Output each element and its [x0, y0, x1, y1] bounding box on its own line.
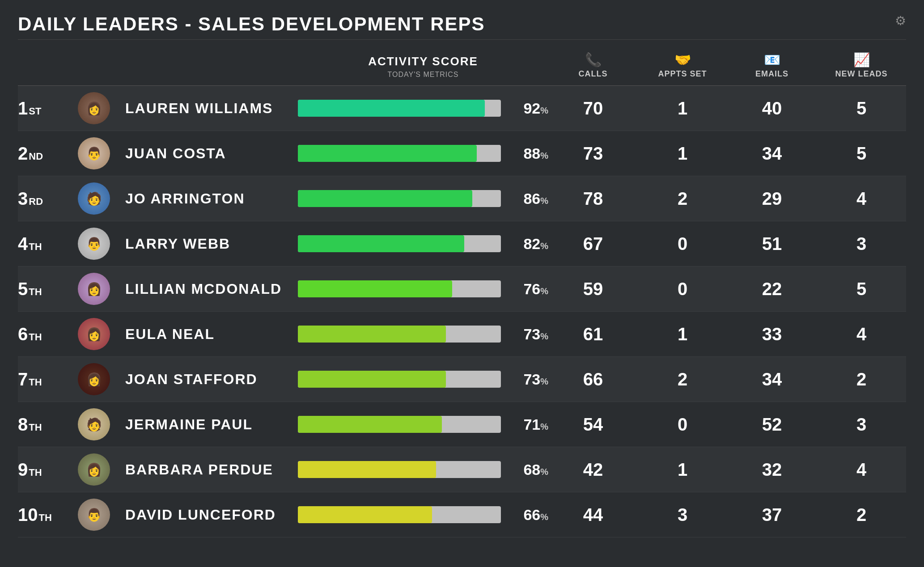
- score-pct: %: [540, 241, 548, 251]
- rank-number: 5: [18, 279, 28, 299]
- appts-value: 0: [638, 279, 727, 299]
- avatar: 👨: [78, 228, 110, 260]
- leads-value: 4: [817, 460, 906, 480]
- rank-number: 1: [18, 98, 28, 118]
- bar-wrapper: [298, 280, 501, 297]
- bar-wrapper: [298, 461, 501, 478]
- calls-col-header: 📞 CALLS: [548, 53, 638, 79]
- gear-icon[interactable]: ⚙: [895, 14, 906, 28]
- appts-value: 0: [638, 415, 727, 435]
- table-row: 4TH 👨 LARRY WEBB 82% 67 0 51 3: [18, 221, 906, 267]
- rank-number: 2: [18, 144, 28, 164]
- rep-name: JUAN COSTA: [116, 145, 298, 162]
- appts-value: 1: [638, 98, 727, 118]
- calls-value: 78: [548, 189, 638, 209]
- emails-value: 29: [727, 189, 817, 209]
- score-section-header: ACTIVITY SCORE TODAY'S METRICS: [298, 55, 548, 79]
- score-value: 92%: [508, 100, 548, 117]
- score-bar-container: 73%: [298, 371, 548, 388]
- avatar: 👩: [78, 92, 110, 124]
- leads-value: 2: [817, 369, 906, 389]
- score-pct: %: [540, 512, 548, 522]
- score-bar-container: 86%: [298, 190, 548, 207]
- score-bar-container: 82%: [298, 235, 548, 253]
- rank-display: 4TH: [18, 234, 72, 254]
- rank-number: 3: [18, 189, 28, 209]
- score-bar-container: 68%: [298, 461, 548, 478]
- rank-display: 3RD: [18, 189, 72, 209]
- rank-display: 10TH: [18, 505, 72, 525]
- appts-value: 1: [638, 324, 727, 344]
- appts-col-header: 🤝 APPTS SET: [638, 53, 727, 79]
- leads-value: 4: [817, 189, 906, 209]
- score-value: 71%: [508, 416, 548, 433]
- leads-col-header: 📈 NEW LEADS: [817, 53, 906, 79]
- bar-fill: [298, 100, 485, 117]
- calls-value: 70: [548, 98, 638, 118]
- score-bar-container: 66%: [298, 506, 548, 524]
- avatar-container: 🧑: [72, 408, 116, 440]
- bar-fill: [298, 506, 432, 523]
- score-pct: %: [540, 106, 548, 115]
- bar-wrapper: [298, 371, 501, 388]
- score-pct: %: [540, 331, 548, 341]
- rank-suffix: TH: [29, 331, 42, 343]
- score-value: 86%: [508, 190, 548, 207]
- rank-suffix: ST: [29, 106, 41, 117]
- score-value: 73%: [508, 326, 548, 343]
- avatar: 👩: [78, 318, 110, 350]
- score-pct: %: [540, 151, 548, 161]
- appts-label: APPTS SET: [658, 69, 707, 79]
- rank-suffix: TH: [29, 286, 42, 298]
- score-bar-container: 73%: [298, 326, 548, 343]
- rep-name: LILLIAN MCDONALD: [116, 281, 298, 297]
- avatar-container: 👩: [72, 92, 116, 124]
- leaderboard: ACTIVITY SCORE TODAY'S METRICS 📞 CALLS 🤝…: [18, 49, 906, 537]
- bar-wrapper: [298, 100, 501, 117]
- emails-value: 40: [727, 98, 817, 118]
- rank-display: 9TH: [18, 460, 72, 480]
- rank-display: 6TH: [18, 324, 72, 344]
- table-row: 10TH 👨 DAVID LUNCEFORD 66% 44 3 37 2: [18, 492, 906, 537]
- rank-display: 1ST: [18, 98, 72, 118]
- leads-label: NEW LEADS: [835, 69, 888, 79]
- score-value: 66%: [508, 506, 548, 524]
- table-row: 2ND 👨 JUAN COSTA 88% 73 1 34 5: [18, 131, 906, 176]
- avatar-container: 👩: [72, 273, 116, 305]
- avatar-container: 🧑: [72, 182, 116, 215]
- rank-display: 5TH: [18, 279, 72, 299]
- emails-value: 34: [727, 369, 817, 389]
- bar-fill: [298, 371, 446, 388]
- table-row: 9TH 👩 BARBARA PERDUE 68% 42 1 32 4: [18, 447, 906, 492]
- score-value: 88%: [508, 145, 548, 162]
- emails-value: 34: [727, 144, 817, 164]
- emails-icon: 📧: [764, 53, 780, 67]
- rep-name: JERMAINE PAUL: [116, 416, 298, 433]
- bar-fill: [298, 235, 464, 252]
- rep-name: JOAN STAFFORD: [116, 371, 298, 388]
- rep-name: EULA NEAL: [116, 326, 298, 343]
- appts-value: 1: [638, 460, 727, 480]
- score-pct: %: [540, 422, 548, 432]
- avatar: 🧑: [78, 408, 110, 440]
- leads-value: 3: [817, 234, 906, 254]
- rank-suffix: TH: [29, 377, 42, 388]
- gear-icon-container: ⚙: [895, 13, 906, 28]
- leads-value: 2: [817, 505, 906, 525]
- rank-suffix: TH: [39, 512, 52, 524]
- bar-fill: [298, 461, 436, 478]
- leads-value: 4: [817, 324, 906, 344]
- emails-value: 22: [727, 279, 817, 299]
- score-value: 73%: [508, 371, 548, 388]
- rep-name: JO ARRINGTON: [116, 190, 298, 207]
- avatar-container: 👨: [72, 137, 116, 169]
- appts-icon: 🤝: [674, 53, 691, 67]
- score-pct: %: [540, 467, 548, 477]
- emails-value: 37: [727, 505, 817, 525]
- avatar: 👩: [78, 363, 110, 395]
- emails-value: 52: [727, 415, 817, 435]
- table-row: 6TH 👩 EULA NEAL 73% 61 1 33 4: [18, 312, 906, 357]
- bar-wrapper: [298, 416, 501, 433]
- rank-number: 9: [18, 460, 28, 480]
- avatar-container: 👩: [72, 318, 116, 350]
